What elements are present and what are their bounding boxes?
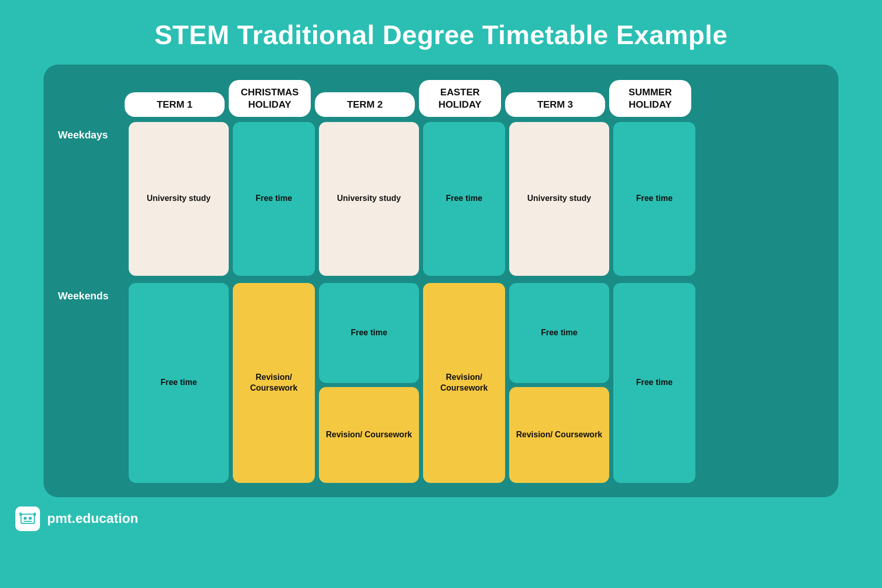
header-easter: EASTER HOLIDAY bbox=[419, 80, 501, 117]
col-weekends-term1: Free time bbox=[129, 283, 229, 483]
cell-weekdays-term2: University study bbox=[319, 122, 419, 276]
col-weekdays-term2: University study bbox=[319, 122, 419, 276]
cell-weekdays-summer: Free time bbox=[613, 122, 695, 276]
header-term3: TERM 3 bbox=[505, 92, 605, 117]
header-xmas: CHRISTMAS HOLIDAY bbox=[229, 80, 311, 117]
svg-rect-4 bbox=[24, 521, 32, 522]
svg-point-3 bbox=[29, 517, 32, 520]
col-weekends-xmas: Revision/ Coursework bbox=[233, 283, 315, 483]
weekdays-cells: University study Free time University st… bbox=[129, 122, 824, 276]
col-weekends-term2: Free time Revision/ Coursework bbox=[319, 283, 419, 483]
cell-weekdays-xmas: Free time bbox=[233, 122, 315, 276]
col-weekends-summer: Free time bbox=[613, 283, 695, 483]
page-title: STEM Traditional Degree Timetable Exampl… bbox=[154, 19, 728, 50]
col-weekdays-summer: Free time bbox=[613, 122, 695, 276]
col-weekends-easter: Revision/ Coursework bbox=[423, 283, 505, 483]
cell-weekends-term3-top: Free time bbox=[509, 283, 609, 383]
header-summer: SUMMER HOLIDAY bbox=[609, 80, 691, 117]
col-weekdays-term3: University study bbox=[509, 122, 609, 276]
weekends-section: Weekends Free time Revision/ Coursework … bbox=[58, 283, 824, 483]
label-weekends: Weekends bbox=[58, 283, 125, 302]
cell-weekends-term1: Free time bbox=[129, 283, 229, 483]
cell-weekdays-term3: University study bbox=[509, 122, 609, 276]
svg-rect-5 bbox=[19, 513, 22, 516]
header-term2: TERM 2 bbox=[315, 92, 415, 117]
cell-weekdays-term1: University study bbox=[129, 122, 229, 276]
cell-weekends-summer: Free time bbox=[613, 283, 695, 483]
footer-text: pmt.education bbox=[47, 511, 138, 526]
footer-icon bbox=[15, 506, 40, 531]
col-weekdays-xmas: Free time bbox=[233, 122, 315, 276]
label-weekdays: Weekdays bbox=[58, 122, 125, 141]
cell-weekdays-easter: Free time bbox=[423, 122, 505, 276]
weekends-cells: Free time Revision/ Coursework Free time… bbox=[129, 283, 824, 483]
cell-weekends-xmas: Revision/ Coursework bbox=[233, 283, 315, 483]
header-row: TERM 1 CHRISTMAS HOLIDAY TERM 2 EASTER H… bbox=[58, 80, 824, 117]
col-weekends-term3: Free time Revision/ Coursework bbox=[509, 283, 609, 483]
timetable: TERM 1 CHRISTMAS HOLIDAY TERM 2 EASTER H… bbox=[44, 65, 838, 497]
cell-weekends-easter: Revision/ Coursework bbox=[423, 283, 505, 483]
cell-weekends-term2-top: Free time bbox=[319, 283, 419, 383]
cell-weekends-term3-bot: Revision/ Coursework bbox=[509, 387, 609, 483]
col-weekdays-easter: Free time bbox=[423, 122, 505, 276]
footer: pmt.education bbox=[15, 506, 138, 531]
weekdays-section: Weekdays University study Free time Univ… bbox=[58, 122, 824, 276]
cell-weekends-term2-bot: Revision/ Coursework bbox=[319, 387, 419, 483]
svg-rect-6 bbox=[34, 513, 36, 516]
col-weekdays-term1: University study bbox=[129, 122, 229, 276]
header-term1: TERM 1 bbox=[125, 92, 225, 117]
svg-point-2 bbox=[24, 517, 27, 520]
